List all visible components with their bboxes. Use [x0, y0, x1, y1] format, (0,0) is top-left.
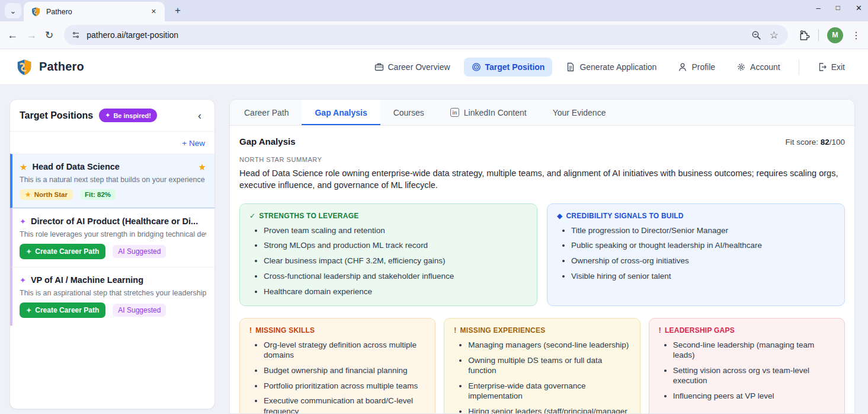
- north-star-summary-text: Head of Data Science role owning enterpr…: [239, 167, 845, 192]
- strengths-card: ✓ STRENGTHS TO LEVERAGE Proven team scal…: [239, 203, 537, 306]
- star-icon: ★: [25, 191, 31, 198]
- tab-gap-analysis[interactable]: Gap Analysis: [302, 100, 380, 125]
- position-card-director-ai-product[interactable]: ✦ Director of AI Product (Healthcare or …: [10, 208, 214, 267]
- tab-search-button[interactable]: ⌄: [5, 3, 21, 18]
- sparkle-icon: ✦: [26, 249, 31, 255]
- check-icon: ✓: [249, 212, 255, 220]
- north-star-badge: ★ North Star: [20, 189, 73, 200]
- target-icon: [472, 62, 481, 72]
- brand[interactable]: Pathero: [15, 58, 84, 76]
- back-button[interactable]: ←: [7, 29, 18, 42]
- position-title: Director of AI Product (Healthcare or Di…: [31, 216, 198, 226]
- be-inspired-button[interactable]: ✦ Be inspired!: [99, 109, 157, 122]
- tab-your-evidence[interactable]: Your Evidence: [540, 100, 619, 125]
- maximize-button[interactable]: □: [836, 4, 840, 12]
- main-panel: Career Path Gap Analysis Courses in Link…: [229, 99, 855, 414]
- nav-profile[interactable]: Profile: [670, 58, 723, 77]
- position-card-head-of-data-science[interactable]: ★ Head of Data Science ★ This is a natur…: [10, 154, 214, 208]
- create-career-path-button[interactable]: ✦ Create Career Path: [20, 302, 105, 318]
- tab-career-path[interactable]: Career Path: [231, 100, 302, 125]
- missing-skills-list: Org-level strategy definition across mul…: [249, 340, 425, 414]
- nav-target-position[interactable]: Target Position: [464, 58, 553, 77]
- credibility-card-title: CREDIBILITY SIGNALS TO BUILD: [566, 212, 683, 220]
- browser-tab[interactable]: Pathero ✕: [24, 2, 165, 21]
- zoom-icon[interactable]: [751, 30, 761, 40]
- tab-label: Career Path: [244, 108, 289, 117]
- list-item: Influencing peers at VP level: [673, 391, 835, 401]
- url-text[interactable]: pathero.ai/target-position: [87, 30, 745, 40]
- create-career-path-label: Create Career Path: [35, 306, 99, 314]
- list-item: Hiring senior leaders (staff/principal/m…: [468, 406, 630, 414]
- tab-linkedin-content[interactable]: in LinkedIn Content: [437, 100, 540, 125]
- missing-experiences-card: ! MISSING EXPERIENCES Managing managers …: [444, 318, 640, 414]
- tab-title: Pathero: [46, 8, 143, 16]
- tab-label: Your Evidence: [553, 108, 606, 117]
- gap-analysis-title: Gap Analysis: [239, 136, 295, 147]
- tab-label: Gap Analysis: [315, 108, 367, 117]
- tab-courses[interactable]: Courses: [380, 100, 437, 125]
- nav-career-overview[interactable]: Career Overview: [367, 58, 458, 77]
- reload-button[interactable]: ↻: [45, 29, 53, 42]
- list-item: Clear business impact (CHF 3.2M, efficie…: [264, 256, 527, 266]
- nav-divider: [799, 59, 799, 75]
- person-icon: [678, 62, 687, 72]
- new-position-button[interactable]: + New: [182, 139, 205, 148]
- credibility-signals-card: ◆ CREDIBILITY SIGNALS TO BUILD Title pro…: [547, 203, 845, 306]
- leadership-gaps-list: Second-line leadership (managing team le…: [659, 340, 835, 401]
- leadership-gaps-card: ! LEADERSHIP GAPS Second-line leadership…: [649, 318, 845, 414]
- nav-exit[interactable]: Exit: [810, 58, 853, 77]
- create-career-path-button[interactable]: ✦ Create Career Path: [20, 244, 105, 259]
- credibility-list: Title progression to Director/Senior Man…: [557, 225, 835, 282]
- toolbar-divider: [818, 29, 819, 41]
- missing-experiences-list: Managing managers (second-line leadershi…: [454, 340, 630, 414]
- window-close-button[interactable]: ✕: [856, 4, 862, 12]
- nav-label: Exit: [831, 62, 845, 72]
- list-item: Second-line leadership (managing team le…: [673, 340, 835, 361]
- missing-skills-title: MISSING SKILLS: [255, 326, 315, 335]
- address-bar[interactable]: pathero.ai/target-position ☆: [64, 25, 788, 45]
- panel-tabs: Career Path Gap Analysis Courses in Link…: [230, 100, 854, 126]
- site-info-icon[interactable]: [71, 30, 81, 40]
- position-card-vp-of-ai-ml[interactable]: ✦ VP of AI / Machine Learning This is an…: [10, 267, 214, 326]
- tab-close-icon[interactable]: ✕: [149, 7, 159, 17]
- diamond-icon: ◆: [557, 212, 562, 220]
- fit-score-label: Fit score:: [785, 138, 818, 147]
- ai-suggested-badge: AI Suggested: [113, 245, 166, 258]
- new-tab-button[interactable]: +: [169, 2, 186, 19]
- be-inspired-label: Be inspired!: [113, 112, 151, 119]
- fit-score-value: 82: [821, 138, 829, 147]
- sidebar-collapse-button[interactable]: ‹: [194, 109, 205, 122]
- list-item: Healthcare domain experience: [264, 286, 527, 297]
- missing-experiences-title: MISSING EXPERIENCES: [460, 326, 546, 335]
- browser-menu-icon[interactable]: ⋮: [851, 30, 861, 41]
- main-nav: Career Overview Target Position Generate…: [367, 58, 853, 77]
- list-item: Portfolio prioritization across multiple…: [264, 381, 425, 391]
- list-item: Budget ownership and financial planning: [264, 365, 425, 375]
- nav-account[interactable]: Account: [729, 58, 788, 77]
- chevron-left-icon: ‹: [198, 110, 201, 122]
- nav-generate-application[interactable]: Generate Application: [558, 58, 664, 77]
- sparkle-icon: ✦: [20, 276, 26, 284]
- fit-badge: Fit: 82%: [80, 189, 116, 200]
- favorite-star-icon[interactable]: ★: [198, 163, 206, 171]
- browser-tabstrip: ⌄ Pathero ✕ + – □ ✕: [0, 0, 868, 21]
- bookmark-star-icon[interactable]: ☆: [770, 30, 779, 40]
- gear-icon: [736, 62, 746, 72]
- extensions-icon[interactable]: [799, 30, 810, 41]
- forward-button[interactable]: →: [26, 29, 37, 42]
- sidebar-title: Target Positions: [20, 110, 93, 121]
- list-item: Org-level strategy definition across mul…: [264, 340, 425, 361]
- position-description: This role leverages your strength in bri…: [20, 230, 206, 238]
- list-item: Executive communication at board/C-level…: [264, 396, 425, 414]
- list-item: Owning multiple DS teams or full data fu…: [468, 355, 630, 376]
- list-item: Enterprise-wide data governance implemen…: [468, 381, 630, 402]
- briefcase-icon: [374, 62, 384, 72]
- strengths-card-title: STRENGTHS TO LEVERAGE: [259, 212, 358, 220]
- leadership-gaps-title: LEADERSHIP GAPS: [665, 326, 735, 335]
- north-star-label: North Star: [34, 191, 68, 198]
- tab-label: Courses: [393, 108, 424, 117]
- strengths-list: Proven team scaling and retention Strong…: [249, 225, 527, 297]
- minimize-button[interactable]: –: [816, 4, 821, 12]
- profile-avatar[interactable]: M: [827, 27, 843, 43]
- warning-icon: !: [454, 326, 456, 335]
